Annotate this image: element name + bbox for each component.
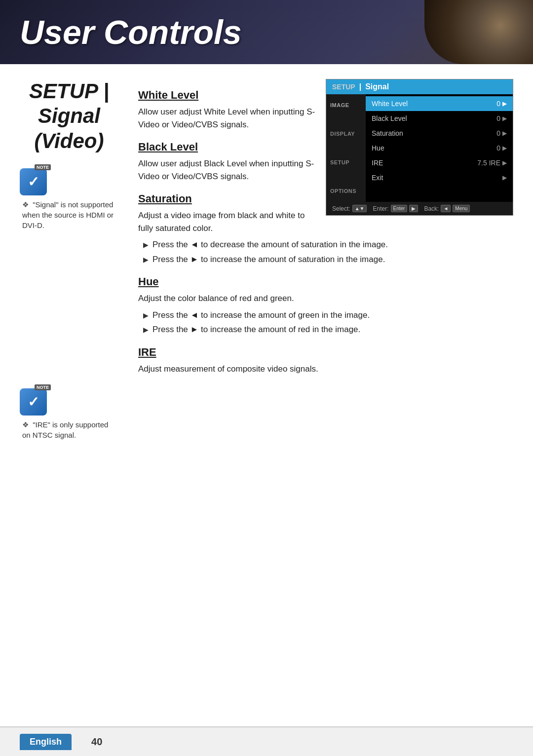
menu-item-value-exit: ▶ [502, 174, 507, 181]
menu-item-label-black-level: Black Level [372, 114, 407, 122]
menu-item-saturation[interactable]: Saturation 0 ▶ [366, 126, 513, 141]
menu-item-black-level[interactable]: Black Level 0 ▶ [366, 111, 513, 126]
menu-nav: IMAGE DISPLAY SETUP OPTIONS [326, 94, 366, 202]
arrow-right-icon-1: ▶ [502, 115, 507, 122]
menu-nav-setup[interactable]: SETUP [326, 155, 366, 169]
note-box-2: NOTE ❖ "IRE" is only supported on NTSC s… [20, 388, 118, 440]
menu-item-value-black-level: 0 ▶ [496, 114, 507, 122]
note-icon-1: NOTE [20, 168, 47, 195]
note-icon-2: NOTE [20, 388, 47, 416]
footer-select: Select: ▲▼ [332, 205, 367, 212]
bullet-hue-1: ▶ Press the ◄ to increase the amount of … [138, 309, 513, 322]
menu-items-list: White Level 0 ▶ Black Level 0 ▶ [366, 94, 513, 202]
note-text-2: ❖ "IRE" is only supported on NTSC signal… [20, 419, 118, 440]
menu-item-label-white-level: White Level [372, 100, 408, 108]
section-hue: Hue Adjust the color balance of red and … [138, 275, 513, 336]
menu-item-label-ire: IRE [372, 159, 383, 167]
footer-back: Back: ◄ Menu [424, 205, 470, 212]
arrow-right-icon-3: ▶ [502, 145, 507, 151]
section-text-hue: Adjust the color balance of red and gree… [138, 292, 513, 305]
menu-item-value-ire: 7.5 IRE ▶ [477, 159, 507, 167]
section-heading-ire: IRE [138, 346, 513, 359]
arrow-right-icon-0: ▶ [502, 100, 507, 107]
bullet-arrow-icon-4: ▶ [143, 325, 149, 335]
menu-item-label-hue: Hue [372, 144, 384, 152]
menu-item-ire[interactable]: IRE 7.5 IRE ▶ [366, 155, 513, 170]
menu-nav-options[interactable]: OPTIONS [326, 184, 366, 198]
arrow-right-icon-5: ▶ [502, 174, 507, 181]
page-title: User Controls [20, 13, 242, 51]
page-header: User Controls [0, 0, 533, 64]
note-label-1: NOTE [35, 164, 51, 170]
enter-key: Enter [391, 205, 408, 212]
diamond-icon-2: ❖ [22, 420, 29, 429]
menu-section: IMAGE DISPLAY SETUP OPTIONS White Level … [326, 94, 513, 202]
menu-nav-display[interactable]: DISPLAY [326, 127, 366, 141]
section-heading-hue: Hue [138, 275, 513, 288]
menu-item-exit[interactable]: Exit ▶ [366, 170, 513, 185]
page-subtitle: SETUP | Signal (Video) [20, 79, 118, 153]
header-lens-bg [424, 0, 533, 64]
select-key: ▲▼ [352, 205, 367, 212]
menu-item-value-saturation: 0 ▶ [496, 129, 507, 137]
section-text-ire: Adjust measurement of composite video si… [138, 363, 513, 376]
back-key: ◄ [441, 205, 451, 212]
arrow-right-icon-2: ▶ [502, 130, 507, 137]
footer-page-number: 40 [91, 736, 102, 748]
footer-language: English [20, 734, 72, 750]
left-sidebar: SETUP | Signal (Video) NOTE ❖ "Signal" i… [20, 79, 128, 712]
menu-item-label-saturation: Saturation [372, 129, 403, 137]
back-key2: Menu [453, 205, 470, 212]
bullet-hue-2: ▶ Press the ► to increase the amount of … [138, 323, 513, 336]
bullet-saturation-1: ▶ Press the ◄ to decrease the amount of … [138, 238, 513, 251]
menu-title-bar: SETUP | Signal [326, 79, 513, 94]
menu-footer: Select: ▲▼ Enter: Enter ▶ Back: ◄ Menu [326, 202, 513, 215]
note-box-1: NOTE ❖ "Signal" is not supported when th… [20, 168, 118, 230]
section-ire: IRE Adjust measurement of composite vide… [138, 346, 513, 376]
main-content: SETUP | Signal (Video) NOTE ❖ "Signal" i… [0, 64, 533, 726]
menu-item-label-exit: Exit [372, 174, 383, 182]
page-footer: English 40 [0, 726, 533, 756]
bullet-arrow-icon-1: ▶ [143, 240, 149, 250]
menu-item-white-level[interactable]: White Level 0 ▶ [366, 96, 513, 111]
right-content: SETUP | Signal IMAGE DISPLAY SETUP OPTIO… [128, 79, 513, 712]
menu-title-signal: Signal [365, 82, 389, 91]
diamond-icon-1: ❖ [22, 200, 29, 209]
note-label-2: NOTE [35, 384, 51, 390]
menu-title-separator: | [359, 82, 361, 91]
footer-enter: Enter: Enter ▶ [373, 205, 418, 212]
menu-screenshot: SETUP | Signal IMAGE DISPLAY SETUP OPTIO… [326, 79, 513, 216]
menu-item-value-hue: 0 ▶ [496, 144, 507, 152]
menu-item-hue[interactable]: Hue 0 ▶ [366, 141, 513, 155]
bullet-saturation-2: ▶ Press the ► to increase the amount of … [138, 253, 513, 266]
menu-item-value-white-level: 0 ▶ [496, 100, 507, 108]
bullet-arrow-icon-2: ▶ [143, 255, 149, 265]
menu-nav-image[interactable]: IMAGE [326, 98, 366, 112]
menu-title-setup: SETUP [332, 83, 355, 91]
enter-key2: ▶ [409, 205, 418, 212]
arrow-right-icon-4: ▶ [502, 159, 507, 166]
note-text-1: ❖ "Signal" is not supported when the sou… [20, 199, 118, 230]
bullet-arrow-icon-3: ▶ [143, 310, 149, 321]
